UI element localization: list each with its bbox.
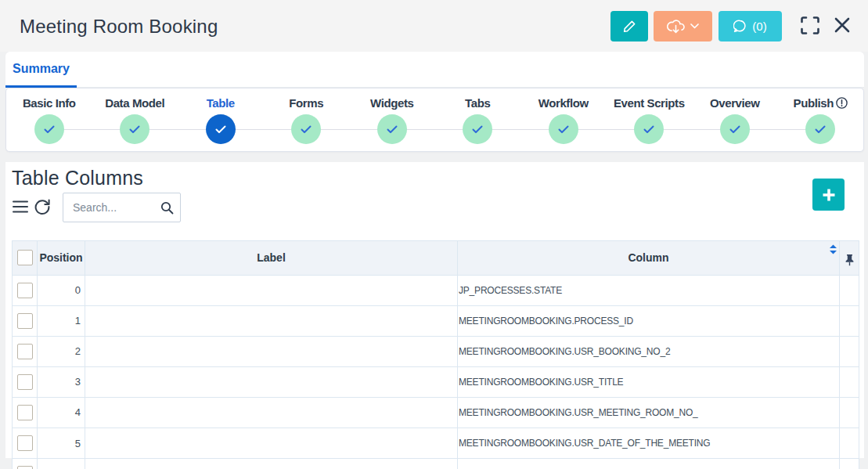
step-overview[interactable]: Overview <box>692 88 778 151</box>
check-icon <box>387 125 398 134</box>
header-label: Label <box>85 241 458 276</box>
cell-label <box>85 336 458 366</box>
cell-label <box>85 305 458 336</box>
step-widgets[interactable]: Widgets <box>349 88 435 151</box>
dialog-header: Meeting Room Booking (0) <box>0 0 868 52</box>
pin-header-cell[interactable] <box>840 241 859 276</box>
table-row: 2MEETINGROOMBOOKING.USR_BOOKING_NO_2 <box>13 336 859 366</box>
dialog-body: Summary Basic InfoData ModelTableFormsWi… <box>5 52 864 469</box>
step-circle <box>720 114 750 144</box>
step-label: Overview <box>710 97 760 109</box>
cell-position: 2 <box>38 336 85 366</box>
check-icon <box>729 125 740 134</box>
cell-pin <box>840 275 859 305</box>
step-circle <box>805 114 835 144</box>
comments-button[interactable]: (0) <box>719 11 782 41</box>
step-circle <box>120 114 149 144</box>
add-column-button[interactable] <box>812 179 845 211</box>
step-tabs[interactable]: Tabs <box>435 88 521 151</box>
tab-bar: Summary <box>5 52 864 88</box>
cell-position: 4 <box>38 397 85 428</box>
step-event-scripts[interactable]: Event Scripts <box>607 88 693 151</box>
menu-icon[interactable] <box>13 200 28 213</box>
cell-pin <box>840 336 859 366</box>
check-icon <box>472 125 483 134</box>
check-icon <box>643 125 654 134</box>
step-basic-info[interactable]: Basic Info <box>6 88 92 151</box>
cell-column: MEETINGROOMBOOKING.USR_MEETING_ROOM_NO_ <box>458 397 840 428</box>
row-checkbox[interactable] <box>17 405 33 420</box>
row-checkbox-cell <box>13 459 38 469</box>
check-icon <box>558 125 569 134</box>
cell-column: MEETINGROOMBOOKING.USR_TITLE <box>458 366 840 397</box>
cell-pin <box>840 428 859 458</box>
step-label: Data Model <box>105 97 164 109</box>
download-split-button[interactable] <box>654 11 712 41</box>
table-row: 4MEETINGROOMBOOKING.USR_MEETING_ROOM_NO_ <box>13 397 859 428</box>
row-checkbox-cell <box>13 366 38 397</box>
cell-column: JP_PROCESSES.STATE <box>458 275 840 305</box>
step-data-model[interactable]: Data Model <box>92 88 178 151</box>
table-toolbar <box>12 193 859 222</box>
step-publish[interactable]: Publish <box>778 88 864 151</box>
check-icon <box>301 125 312 134</box>
cell-label <box>85 275 458 305</box>
cell-pin <box>840 305 859 336</box>
row-checkbox-cell <box>13 428 38 458</box>
step-circle <box>377 114 407 144</box>
chat-bubble-icon <box>733 20 747 33</box>
cell-pin <box>840 366 859 397</box>
row-checkbox[interactable] <box>17 435 33 451</box>
select-all-checkbox[interactable] <box>17 250 33 265</box>
step-circle <box>549 114 578 144</box>
cell-column: MEETINGROOMBOOKING.PROCESS_ID <box>458 305 840 336</box>
wizard-stepper: Basic InfoData ModelTableFormsWidgetsTab… <box>5 88 864 152</box>
cell-label <box>85 428 458 458</box>
table-row: 5MEETINGROOMBOOKING.USR_DATE_OF_THE_MEET… <box>13 428 859 458</box>
row-checkbox[interactable] <box>17 466 33 469</box>
row-checkbox[interactable] <box>17 283 33 298</box>
step-table[interactable]: Table <box>178 88 264 151</box>
table-row: 1MEETINGROOMBOOKING.PROCESS_ID <box>13 305 859 336</box>
columns-table: Position Label Column <box>12 240 859 469</box>
cell-label <box>85 397 458 428</box>
check-icon <box>129 125 140 134</box>
tab-summary[interactable]: Summary <box>5 52 77 88</box>
row-checkbox-cell <box>13 275 38 305</box>
step-circle <box>291 114 321 144</box>
cell-column: MEETINGROOMBOOKING.USR_BOOKING_NO_2 <box>458 336 840 366</box>
step-label: Tabs <box>465 97 490 109</box>
step-workflow[interactable]: Workflow <box>520 88 607 151</box>
step-circle <box>206 114 236 144</box>
table-row: 3MEETINGROOMBOOKING.USR_TITLE <box>13 366 859 397</box>
fullscreen-icon[interactable] <box>801 16 819 34</box>
step-label: Event Scripts <box>614 97 685 109</box>
cell-pin <box>840 397 859 428</box>
table-header-row: Position Label Column <box>13 241 859 276</box>
pencil-icon <box>623 20 636 33</box>
step-forms[interactable]: Forms <box>264 88 350 151</box>
step-label: Widgets <box>370 97 413 109</box>
plus-icon <box>822 188 836 202</box>
edit-button[interactable] <box>610 11 648 41</box>
select-all-cell <box>13 241 38 276</box>
close-icon[interactable] <box>834 17 850 33</box>
table-body: 0JP_PROCESSES.STATE1MEETINGROOMBOOKING.P… <box>13 275 859 469</box>
cell-position: 0 <box>38 275 85 305</box>
table-columns-section: Table Columns <box>5 162 864 458</box>
step-label: Basic Info <box>23 97 76 109</box>
refresh-icon[interactable] <box>34 198 51 215</box>
row-checkbox-cell <box>13 397 38 428</box>
check-icon <box>215 125 226 134</box>
row-checkbox[interactable] <box>17 374 33 390</box>
sort-icon[interactable] <box>829 244 837 254</box>
cell-position: 1 <box>38 305 85 336</box>
table-row: 0JP_PROCESSES.STATE <box>13 275 859 305</box>
search-icon <box>160 201 174 215</box>
row-checkbox-cell <box>13 305 38 336</box>
chevron-down-icon <box>690 23 699 29</box>
row-checkbox[interactable] <box>17 313 33 329</box>
row-checkbox[interactable] <box>17 344 33 359</box>
header-column[interactable]: Column <box>458 241 840 276</box>
step-circle <box>34 114 64 144</box>
